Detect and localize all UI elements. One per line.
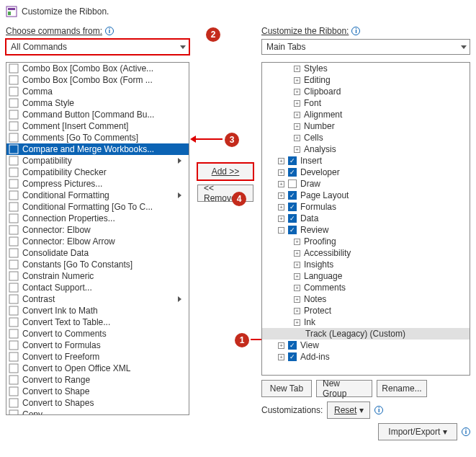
tree-item[interactable]: +Insights <box>262 259 470 270</box>
command-item[interactable]: Copy <box>6 409 189 415</box>
command-item[interactable]: Comma Style <box>6 97 189 109</box>
expand-icon[interactable]: + <box>294 239 300 245</box>
expand-icon[interactable]: + <box>294 100 300 107</box>
import-export-button[interactable]: Import/Export ▾ <box>378 423 457 440</box>
expand-icon[interactable]: + <box>278 192 284 199</box>
checkbox[interactable] <box>288 168 297 177</box>
command-item[interactable]: Compare and Merge Workbooks... <box>6 143 189 155</box>
tree-item[interactable]: +Alignment <box>262 109 470 120</box>
tree-item[interactable]: -Review <box>262 224 470 236</box>
command-item[interactable]: Conditional Formatting <box>6 190 189 201</box>
checkbox[interactable] <box>288 179 297 188</box>
expand-icon[interactable]: + <box>294 262 300 268</box>
command-item[interactable]: Connector: Elbow Arrow <box>6 236 189 247</box>
tree-item[interactable]: +Accessibility <box>262 247 470 259</box>
command-item[interactable]: Convert to Comments <box>6 328 189 340</box>
command-item[interactable]: Command Button [Command Bu... <box>6 109 189 120</box>
add-button[interactable]: Add >> <box>197 163 253 180</box>
rename-button[interactable]: Rename... <box>377 380 427 397</box>
command-item[interactable]: Compress Pictures... <box>6 178 189 190</box>
new-group-button[interactable]: New Group <box>316 380 372 397</box>
expand-icon[interactable]: + <box>278 181 284 187</box>
tree-item[interactable]: +Analysis <box>262 143 470 155</box>
command-item[interactable]: Comments [Go To Comments] <box>6 132 189 143</box>
checkbox[interactable] <box>288 226 297 234</box>
command-item[interactable]: Convert Text to Table... <box>6 316 189 328</box>
expand-icon[interactable]: + <box>278 158 284 164</box>
command-item[interactable]: Consolidate Data <box>6 247 189 259</box>
tree-item[interactable]: +Font <box>262 97 470 109</box>
expand-icon[interactable]: + <box>294 319 300 326</box>
tree-item[interactable]: +Clipboard <box>262 86 470 97</box>
expand-icon[interactable]: + <box>294 89 300 95</box>
checkbox[interactable] <box>288 214 297 223</box>
expand-icon[interactable]: + <box>294 273 300 280</box>
checkbox[interactable] <box>288 203 297 211</box>
tree-item[interactable]: +Number <box>262 120 470 132</box>
command-item[interactable]: Constrain Numeric <box>6 270 189 282</box>
expand-icon[interactable]: + <box>278 169 284 176</box>
commands-dropdown[interactable]: All Commands <box>6 39 189 55</box>
command-item[interactable]: Conditional Formatting [Go To C... <box>6 201 189 213</box>
info-icon[interactable]: i <box>105 27 114 35</box>
checkbox[interactable] <box>288 191 297 200</box>
tree-item[interactable]: +Protect <box>262 305 470 316</box>
expand-icon[interactable]: + <box>294 112 300 118</box>
command-item[interactable]: Convert to Shapes <box>6 397 189 409</box>
reset-button[interactable]: Reset ▾ <box>327 401 370 419</box>
expand-icon[interactable]: + <box>294 296 300 303</box>
tree-item[interactable]: +View <box>262 340 470 351</box>
commands-listbox[interactable]: Combo Box [Combo Box (Active...Combo Box… <box>6 62 189 415</box>
info-icon[interactable]: i <box>462 427 470 436</box>
expand-icon[interactable]: + <box>294 250 300 257</box>
command-item[interactable]: Convert Ink to Math <box>6 305 189 316</box>
new-tab-button[interactable]: New Tab <box>261 380 312 397</box>
command-item[interactable]: Compatibility <box>6 155 189 167</box>
command-item[interactable]: Constants [Go To Constants] <box>6 259 189 270</box>
command-item[interactable]: Contrast <box>6 293 189 305</box>
tree-item[interactable]: +Styles <box>262 63 470 74</box>
tree-item[interactable]: +Page Layout <box>262 190 470 201</box>
command-item[interactable]: Combo Box [Combo Box (Active... <box>6 63 189 74</box>
command-item[interactable]: Combo Box [Combo Box (Form ... <box>6 74 189 86</box>
command-item[interactable]: Compatibility Checker <box>6 167 189 178</box>
tree-item[interactable]: +Editing <box>262 74 470 86</box>
expand-icon[interactable]: + <box>294 285 300 291</box>
expand-icon[interactable]: + <box>278 204 284 210</box>
command-item[interactable]: Convert to Shape <box>6 386 189 397</box>
expand-icon[interactable]: + <box>278 342 284 349</box>
checkbox[interactable] <box>288 352 297 361</box>
command-item[interactable]: Convert to Freeform <box>6 351 189 363</box>
tree-item[interactable]: +Cells <box>262 132 470 143</box>
expand-icon[interactable]: + <box>294 135 300 141</box>
tree-item[interactable]: +Add-ins <box>262 351 470 363</box>
command-item[interactable]: Convert to Range <box>6 374 189 386</box>
tree-item[interactable]: +Formulas <box>262 201 470 213</box>
ribbon-tree[interactable]: +Styles+Editing+Clipboard+Font+Alignment… <box>261 62 470 376</box>
expand-icon[interactable]: + <box>294 66 300 72</box>
expand-icon[interactable]: + <box>278 354 284 360</box>
checkbox[interactable] <box>288 156 297 165</box>
command-item[interactable]: Contact Support... <box>6 282 189 293</box>
command-item[interactable]: Convert to Open Office XML <box>6 363 189 374</box>
info-icon[interactable]: i <box>374 406 383 414</box>
command-item[interactable]: Convert to Formulas <box>6 340 189 351</box>
tree-item[interactable]: +Data <box>262 213 470 224</box>
expand-icon[interactable]: + <box>294 77 300 84</box>
expand-icon[interactable]: + <box>294 123 300 130</box>
tree-item[interactable]: +Comments <box>262 282 470 293</box>
expand-icon[interactable]: - <box>278 227 284 234</box>
tree-item[interactable]: +Developer <box>262 167 470 178</box>
expand-icon[interactable]: + <box>278 216 284 222</box>
tree-item[interactable]: +Notes <box>262 293 470 305</box>
tree-item[interactable]: +Insert <box>262 155 470 167</box>
tree-item[interactable]: +Ink <box>262 316 470 328</box>
expand-icon[interactable]: + <box>294 146 300 153</box>
expand-icon[interactable]: + <box>294 308 300 314</box>
info-icon[interactable]: i <box>351 27 360 35</box>
command-item[interactable]: Comma <box>6 86 189 97</box>
ribbon-dropdown[interactable]: Main Tabs <box>261 39 470 55</box>
command-item[interactable]: Connector: Elbow <box>6 224 189 236</box>
command-item[interactable]: Connection Properties... <box>6 213 189 224</box>
tree-item[interactable]: +Draw <box>262 178 470 190</box>
